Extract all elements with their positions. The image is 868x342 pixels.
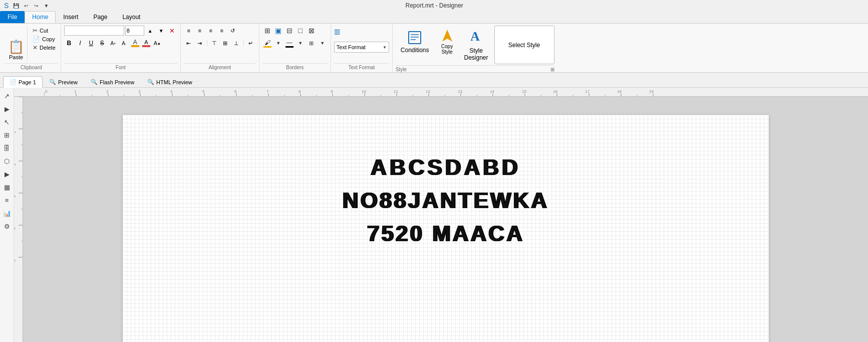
- sidebar-btn-table[interactable]: ▦: [1, 181, 13, 193]
- text-line-2: NO88JANTEWKA: [342, 188, 548, 213]
- fill-color-arrow[interactable]: ▼: [273, 38, 283, 48]
- sidebar-btn-arrow[interactable]: ↗: [1, 90, 13, 102]
- strikethrough-button[interactable]: S: [97, 38, 107, 48]
- cut-icon: ✂: [33, 27, 38, 34]
- text-line-1: ABCSDABD: [371, 155, 521, 180]
- svg-text:0: 0: [45, 89, 48, 94]
- borders-expand-button[interactable]: ⊞: [307, 38, 317, 48]
- text-format-dropdown[interactable]: Text Format ▼: [334, 42, 389, 53]
- save-button[interactable]: 💾: [12, 1, 21, 10]
- sidebar-btn-tools[interactable]: ⚙: [1, 220, 13, 232]
- valign-bottom-button[interactable]: ⊥: [231, 38, 241, 48]
- delete-icon: ✕: [33, 44, 38, 51]
- text-block-1: ABCSDABD: [371, 155, 521, 180]
- tab-home[interactable]: Home: [25, 11, 56, 23]
- align-right-button[interactable]: ≡: [206, 26, 216, 36]
- justify-button[interactable]: ≡: [217, 26, 227, 36]
- copy-button[interactable]: 📄 Copy: [31, 35, 58, 43]
- tab-html-preview[interactable]: 🔍 HTML Preview: [141, 76, 199, 87]
- tab-flash-preview-label: Flash Preview: [100, 79, 134, 85]
- border-inner-button[interactable]: ⊟: [284, 26, 295, 36]
- align-center-button[interactable]: ≡: [195, 26, 205, 36]
- line-color-button[interactable]: —: [284, 38, 295, 48]
- tab-page1[interactable]: 📄 Page 1: [3, 76, 43, 88]
- sidebar-btn-list[interactable]: ≡: [1, 194, 13, 206]
- sidebar-btn-components[interactable]: ⊞: [1, 129, 13, 141]
- style-group-content: Conditions Copy Style A Sty: [396, 26, 554, 65]
- tab-page[interactable]: Page: [86, 11, 115, 23]
- customize-qat-button[interactable]: ▼: [42, 1, 51, 10]
- paste-icon: 📋: [8, 40, 24, 53]
- font-group-content: ▲ ▼ ✕ B I U S A+ A- A A: [64, 26, 177, 63]
- highlight-button[interactable]: A: [141, 38, 151, 48]
- font-name-input[interactable]: [64, 26, 124, 36]
- font-size-up-button[interactable]: ▲: [145, 26, 155, 36]
- valign-top-button[interactable]: ⊤: [209, 38, 219, 48]
- svg-text:1: 1: [14, 131, 17, 133]
- underline-button[interactable]: U: [86, 38, 96, 48]
- sidebar-btn-puzzle[interactable]: ⬡: [1, 155, 13, 167]
- font-color-button[interactable]: A: [130, 38, 140, 48]
- sidebar-btn-data[interactable]: 🗄: [1, 142, 13, 154]
- conditions-button[interactable]: Conditions: [396, 26, 434, 64]
- tab-flash-preview[interactable]: 🔍 Flash Preview: [84, 76, 141, 87]
- separator: [207, 40, 207, 46]
- ruler: 0 1 2 3 4 5 6 7 8: [14, 88, 868, 97]
- rotate-button[interactable]: ↺: [228, 26, 238, 36]
- align-left-button[interactable]: ≡: [184, 26, 194, 36]
- tab-insert[interactable]: Insert: [56, 11, 86, 23]
- border-all-button[interactable]: ⊞: [262, 26, 272, 36]
- font-group: ▲ ▼ ✕ B I U S A+ A- A A: [61, 24, 181, 72]
- italic-button[interactable]: I: [75, 38, 85, 48]
- tab-preview[interactable]: 🔍 Preview: [43, 76, 84, 87]
- svg-text:5: 5: [202, 89, 205, 94]
- style-group-expand[interactable]: ⊞: [550, 67, 554, 72]
- select-style-box[interactable]: Select Style: [494, 26, 554, 64]
- html-icon: 🔍: [147, 79, 154, 85]
- text-effects-button[interactable]: A⬧: [152, 38, 162, 48]
- cut-button[interactable]: ✂ Cut: [31, 27, 58, 35]
- tab-file[interactable]: File: [0, 11, 25, 23]
- valign-middle-button[interactable]: ⊞: [220, 38, 230, 48]
- sidebar-btn-nav2[interactable]: ▶: [1, 168, 13, 180]
- svg-text:6: 6: [234, 89, 237, 94]
- line-color-arrow[interactable]: ▼: [296, 38, 306, 48]
- undo-button[interactable]: ↩: [22, 1, 31, 10]
- sidebar-btn-cursor[interactable]: ↖: [1, 116, 13, 128]
- svg-text:16: 16: [553, 89, 557, 94]
- sidebar-btn-chart[interactable]: 📊: [1, 207, 13, 219]
- sidebar-btn-nav1[interactable]: ▶: [1, 103, 13, 115]
- indent-increase-button[interactable]: ⇥: [195, 38, 205, 48]
- style-designer-button[interactable]: A Style Designer: [460, 26, 492, 64]
- svg-text:A: A: [470, 29, 480, 44]
- subscript-button[interactable]: A-: [119, 38, 129, 48]
- svg-text:14: 14: [490, 89, 494, 94]
- redo-button[interactable]: ↪: [32, 1, 41, 10]
- word-wrap-button[interactable]: ↵: [246, 38, 256, 48]
- clear-format-button[interactable]: ✕: [167, 26, 177, 36]
- font-size-input[interactable]: [125, 26, 144, 36]
- superscript-button[interactable]: A+: [108, 38, 118, 48]
- indent-decrease-button[interactable]: ⇤: [184, 38, 194, 48]
- delete-button[interactable]: ✕ Delete: [31, 44, 58, 52]
- svg-text:1: 1: [74, 89, 77, 94]
- paste-button[interactable]: 📋 Paste: [5, 26, 28, 62]
- copy-style-button[interactable]: Copy Style: [436, 26, 458, 64]
- bold-button[interactable]: B: [64, 38, 74, 48]
- border-outer-button[interactable]: ▣: [273, 26, 283, 36]
- style-group-footer: Style ⊞: [396, 65, 554, 72]
- font-color-indicator: [131, 45, 139, 47]
- text-line-3: 7520 MAACA: [367, 221, 524, 246]
- text-format-arrow: ▼: [383, 45, 387, 50]
- svg-text:5: 5: [14, 259, 17, 262]
- tab-preview-label: Preview: [58, 79, 78, 85]
- border-none-button[interactable]: □: [296, 26, 306, 36]
- tab-layout[interactable]: Layout: [115, 11, 148, 23]
- fill-color-button[interactable]: 🖌: [262, 38, 272, 48]
- font-size-down-button[interactable]: ▼: [156, 26, 166, 36]
- borders-expand-arrow[interactable]: ▼: [318, 38, 328, 48]
- svg-text:17: 17: [585, 89, 590, 94]
- font-style-row: B I U S A+ A- A A A⬧: [64, 38, 162, 48]
- border-custom-button[interactable]: ⊠: [307, 26, 317, 36]
- canvas-area: 1 2 3 4 5: [14, 97, 868, 342]
